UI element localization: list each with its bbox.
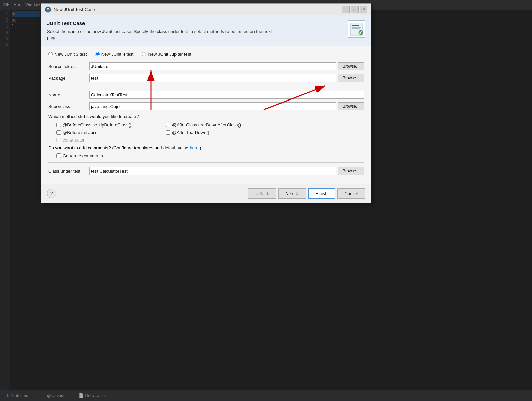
before-label: @Before setUp() xyxy=(63,130,96,135)
source-folder-input[interactable] xyxy=(89,62,336,70)
class-under-test-label: Class under test: xyxy=(48,169,89,174)
svg-rect-5 xyxy=(352,27,361,28)
help-button[interactable]: ? xyxy=(47,189,56,198)
junit4-option[interactable]: New JUnit 4 test xyxy=(95,52,134,57)
dialog-footer: ? < Back Next > Finish Cancel xyxy=(41,184,371,203)
method-stubs-checkboxes: @BeforeClass setUpBeforeClass() @AfterCl… xyxy=(56,122,364,143)
dialog-description: Select the name of the new JUnit test ca… xyxy=(47,29,280,41)
dialog-header-icon xyxy=(348,20,365,38)
jupiter-radio[interactable] xyxy=(142,52,146,56)
comments-here-link[interactable]: here xyxy=(190,145,198,150)
jupiter-label: New JUnit Jupiter test xyxy=(148,52,191,57)
superclass-row: Superclass: Browse... xyxy=(48,102,364,110)
next-label: Next > xyxy=(286,191,299,196)
package-row: Package: Browse... xyxy=(48,74,364,82)
junit3-label: New JUnit 3 test xyxy=(54,52,87,57)
class-under-test-browse-button[interactable]: Browse... xyxy=(338,167,364,175)
close-button[interactable]: ✕ xyxy=(360,6,367,13)
footer-left: ? xyxy=(47,189,56,198)
package-input[interactable] xyxy=(89,74,336,82)
footer-buttons: < Back Next > Finish Cancel xyxy=(248,188,365,199)
comments-text: Do you want to add comments? (Configure … xyxy=(48,145,364,150)
junit3-option[interactable]: New JUnit 3 test xyxy=(48,52,87,57)
jupiter-option[interactable]: New JUnit Jupiter test xyxy=(142,52,191,57)
afterclass-option[interactable]: @AfterClass tearDownAfterClass() xyxy=(166,122,262,128)
name-label: Name: xyxy=(48,92,89,97)
junit3-radio[interactable] xyxy=(48,52,53,56)
dialog-overlay: New JUnit Test Case − □ ✕ JUnit Test Cas… xyxy=(0,0,532,401)
package-label: Package: xyxy=(48,76,89,81)
superclass-browse-button[interactable]: Browse... xyxy=(338,102,364,110)
dialog-body: New JUnit 3 test New JUnit 4 test New JU… xyxy=(41,46,371,184)
beforeclass-checkbox[interactable] xyxy=(56,123,61,127)
generate-comments-checkbox[interactable] xyxy=(56,153,61,158)
before-checkbox[interactable] xyxy=(56,130,61,135)
finish-label: Finish xyxy=(315,191,327,196)
source-folder-label: Source folder: xyxy=(48,64,89,69)
titlebar-controls: − □ ✕ xyxy=(342,6,367,13)
next-button[interactable]: Next > xyxy=(278,188,306,199)
superclass-label: Superclass: xyxy=(48,104,89,109)
svg-rect-2 xyxy=(47,8,49,9)
after-option[interactable]: @After tearDown() xyxy=(166,130,262,135)
separator-1 xyxy=(48,86,364,86)
after-label: @After tearDown() xyxy=(172,130,209,135)
junit-wizard-icon xyxy=(350,22,363,36)
package-browse-button[interactable]: Browse... xyxy=(338,74,364,82)
dialog-titlebar: New JUnit Test Case − □ ✕ xyxy=(41,4,371,15)
generate-comments-option[interactable]: Generate comments xyxy=(56,153,152,158)
stubs-row-2: @Before setUp() @After tearDown() xyxy=(56,130,364,135)
minimize-button[interactable]: − xyxy=(342,6,350,13)
stubs-row-1: @BeforeClass setUpBeforeClass() @AfterCl… xyxy=(56,122,364,128)
generate-comments-row: Generate comments xyxy=(48,153,364,158)
cancel-button[interactable]: Cancel xyxy=(337,188,365,199)
cancel-label: Cancel xyxy=(345,191,358,196)
svg-rect-7 xyxy=(352,30,361,30)
test-version-radio-group: New JUnit 3 test New JUnit 4 test New JU… xyxy=(48,52,364,57)
source-folder-row: Source folder: Browse... xyxy=(48,62,364,70)
comments-suffix: ) xyxy=(200,145,201,150)
junit4-label: New JUnit 4 test xyxy=(101,52,134,57)
back-label: < Back xyxy=(255,191,269,196)
beforeclass-label: @BeforeClass setUpBeforeClass() xyxy=(63,122,131,128)
constructor-label: constructor xyxy=(63,137,85,143)
comments-label-text: Do you want to add comments? (Configure … xyxy=(48,145,189,150)
dialog-section-title: JUnit Test Case xyxy=(47,20,280,26)
method-stubs-label: Which method stubs would you like to cre… xyxy=(48,114,364,119)
afterclass-checkbox[interactable] xyxy=(166,123,170,127)
dialog-title: New JUnit Test Case xyxy=(45,6,95,13)
source-folder-browse-button[interactable]: Browse... xyxy=(338,62,364,70)
class-under-test-input[interactable] xyxy=(89,167,336,175)
new-junit-dialog: New JUnit Test Case − □ ✕ JUnit Test Cas… xyxy=(41,3,371,203)
junit-title-icon xyxy=(45,6,51,13)
svg-rect-4 xyxy=(352,25,359,26)
junit4-radio[interactable] xyxy=(95,52,100,56)
constructor-checkbox xyxy=(56,138,61,142)
constructor-option[interactable]: constructor xyxy=(56,137,152,143)
dialog-title-text: New JUnit Test Case xyxy=(54,7,95,12)
name-input[interactable] xyxy=(89,91,364,99)
generate-comments-label: Generate comments xyxy=(63,153,103,158)
help-icon: ? xyxy=(50,191,53,196)
before-option[interactable]: @Before setUp() xyxy=(56,130,152,135)
finish-button[interactable]: Finish xyxy=(308,188,335,199)
back-button[interactable]: < Back xyxy=(248,188,276,199)
svg-rect-6 xyxy=(352,28,360,29)
name-row: Name: xyxy=(48,91,364,99)
dialog-header: JUnit Test Case Select the name of the n… xyxy=(41,15,371,46)
comments-section: Do you want to add comments? (Configure … xyxy=(48,145,364,158)
maximize-button[interactable]: □ xyxy=(351,6,359,13)
stubs-row-3: constructor xyxy=(56,137,364,143)
dialog-header-text: JUnit Test Case Select the name of the n… xyxy=(47,20,280,41)
afterclass-label: @AfterClass tearDownAfterClass() xyxy=(172,122,241,128)
after-checkbox[interactable] xyxy=(166,130,170,135)
ide-background: IDE Run Window 1 2 3 4 5 6 pa pu } ⚠ Pro… xyxy=(0,0,532,401)
separator-2 xyxy=(48,162,364,163)
superclass-input[interactable] xyxy=(89,102,336,110)
beforeclass-option[interactable]: @BeforeClass setUpBeforeClass() xyxy=(56,122,152,128)
class-under-test-row: Class under test: Browse... xyxy=(48,167,364,175)
